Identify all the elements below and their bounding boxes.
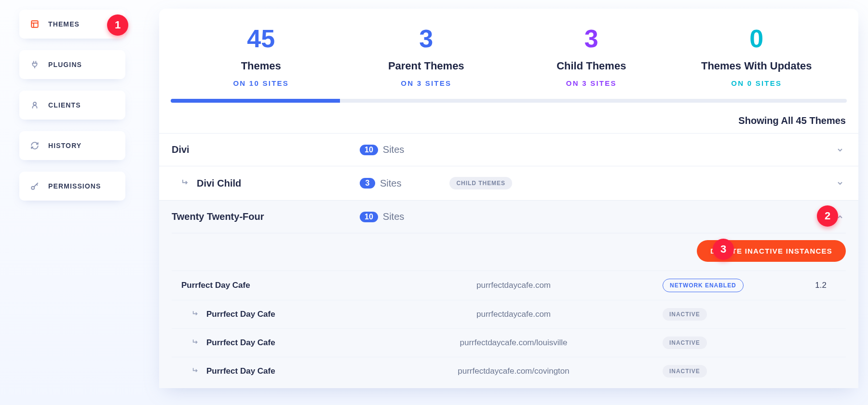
stat-title: Parent Themes — [344, 60, 509, 72]
theme-row[interactable]: Divi 10 Sites — [159, 133, 858, 166]
stat-value: 3 — [509, 26, 674, 51]
instance-name: Purrfect Day Cafe — [172, 310, 365, 320]
instance-status: INACTIVE — [663, 308, 788, 321]
user-icon — [30, 100, 40, 110]
results-header: Showing All 45 Themes — [172, 115, 846, 126]
sites-label: Sites — [383, 144, 404, 155]
plug-icon — [30, 60, 40, 69]
stats-card: 45 Themes ON 10 SITES 3 Parent Themes ON… — [159, 9, 858, 388]
svg-rect-0 — [31, 21, 38, 27]
theme-tags: CHILD THEMES — [401, 177, 834, 189]
expanded-section: DELETE INACTIVE INSTANCES 3 Purrfect Day… — [159, 233, 858, 388]
instance-name: Purrfect Day Cafe — [172, 338, 365, 348]
instance-row[interactable]: Purrfect Day Cafe purrfectdaycafe.com NE… — [172, 270, 846, 300]
svg-point-4 — [31, 187, 34, 189]
stat-title: Themes — [178, 60, 344, 72]
theme-name: Divi Child — [172, 178, 360, 189]
sidebar-item-history[interactable]: HISTORY — [19, 131, 125, 160]
child-arrow-icon — [181, 178, 190, 189]
theme-row[interactable]: Twenty Twenty-Four 10 Sites 2 — [159, 200, 858, 233]
status-pill-inactive: INACTIVE — [663, 308, 707, 321]
theme-sites: 3 Sites — [360, 178, 401, 189]
sites-label: Sites — [383, 211, 404, 222]
status-pill-network: NETWORK ENABLED — [663, 279, 744, 292]
stats-row: 45 Themes ON 10 SITES 3 Parent Themes ON… — [159, 9, 858, 99]
stat-title: Child Themes — [509, 60, 674, 72]
child-arrow-icon — [192, 338, 200, 348]
main-panel: 45 Themes ON 10 SITES 3 Parent Themes ON… — [145, 0, 868, 405]
chevron-down-icon[interactable] — [834, 146, 846, 154]
stat-sub: ON 3 SITES — [509, 79, 674, 87]
sidebar-item-label: THEMES — [48, 20, 80, 28]
instance-row[interactable]: Purrfect Day Cafe purrfectdaycafe.com IN… — [172, 300, 846, 328]
key-icon — [30, 181, 40, 191]
stat-sub: ON 3 SITES — [344, 79, 509, 87]
instance-url: purrfectdaycafe.com/covington — [365, 366, 663, 376]
chevron-down-icon[interactable] — [834, 179, 846, 187]
child-themes-tag: CHILD THEMES — [449, 177, 512, 189]
instance-row[interactable]: Purrfect Day Cafe purrfectdaycafe.com/co… — [172, 357, 846, 385]
instance-status: INACTIVE — [663, 365, 788, 378]
stat-title: Themes With Updates — [674, 60, 840, 72]
instance-row[interactable]: Purrfect Day Cafe purrfectdaycafe.com/lo… — [172, 328, 846, 357]
sidebar-item-label: CLIENTS — [48, 101, 81, 109]
theme-sites: 10 Sites — [360, 144, 404, 155]
theme-sites: 10 Sites — [360, 211, 404, 222]
instance-version: 1.2 — [788, 281, 846, 290]
instance-url: purrfectdaycafe.com/louisville — [365, 338, 663, 348]
sidebar-item-label: PLUGINS — [48, 61, 82, 68]
status-pill-inactive: INACTIVE — [663, 365, 707, 378]
stat-sub: ON 0 SITES — [674, 79, 840, 87]
step-badge-1: 1 — [107, 14, 128, 36]
instance-url: purrfectdaycafe.com — [365, 281, 663, 290]
sites-label: Sites — [380, 178, 401, 189]
sidebar-item-label: HISTORY — [48, 142, 81, 149]
stat-child-themes[interactable]: 3 Child Themes ON 3 SITES — [509, 26, 674, 87]
site-count-pill: 3 — [360, 178, 375, 189]
status-pill-inactive: INACTIVE — [663, 337, 707, 349]
child-arrow-icon — [192, 310, 200, 320]
instance-status: NETWORK ENABLED — [663, 279, 788, 292]
sidebar-item-permissions[interactable]: PERMISSIONS — [19, 172, 125, 201]
stat-value: 0 — [674, 26, 840, 51]
instance-status: INACTIVE — [663, 337, 788, 349]
sidebar-item-clients[interactable]: CLIENTS — [19, 91, 125, 120]
stat-themes-updates[interactable]: 0 Themes With Updates ON 0 SITES — [674, 26, 840, 87]
instance-name: Purrfect Day Cafe — [172, 281, 365, 290]
theme-name: Divi — [172, 144, 360, 155]
instance-name: Purrfect Day Cafe — [172, 366, 365, 377]
progress-track — [171, 99, 847, 103]
instance-url: purrfectdaycafe.com — [365, 310, 663, 319]
step-badge-2: 2 — [817, 205, 838, 227]
stat-themes[interactable]: 45 Themes ON 10 SITES — [178, 26, 344, 87]
layout-icon — [30, 19, 40, 29]
refresh-icon — [30, 141, 40, 150]
sidebar-item-plugins[interactable]: PLUGINS — [19, 50, 125, 79]
child-arrow-icon — [192, 366, 200, 377]
stat-sub: ON 10 SITES — [178, 79, 344, 87]
theme-row[interactable]: Divi Child 3 Sites CHILD THEMES — [159, 166, 858, 200]
stat-value: 3 — [344, 26, 509, 51]
svg-point-3 — [33, 102, 36, 105]
site-count-pill: 10 — [360, 145, 378, 155]
progress-bar — [171, 99, 340, 103]
stat-parent-themes[interactable]: 3 Parent Themes ON 3 SITES — [344, 26, 509, 87]
step-badge-3: 3 — [713, 239, 734, 260]
stat-value: 45 — [178, 26, 344, 51]
site-count-pill: 10 — [360, 212, 378, 222]
sidebar: THEMES 1 PLUGINS CLIENTS HISTORY PERMIS — [0, 0, 145, 405]
theme-name: Twenty Twenty-Four — [172, 211, 360, 222]
sidebar-item-label: PERMISSIONS — [48, 182, 101, 190]
delete-bar: DELETE INACTIVE INSTANCES — [172, 233, 846, 270]
